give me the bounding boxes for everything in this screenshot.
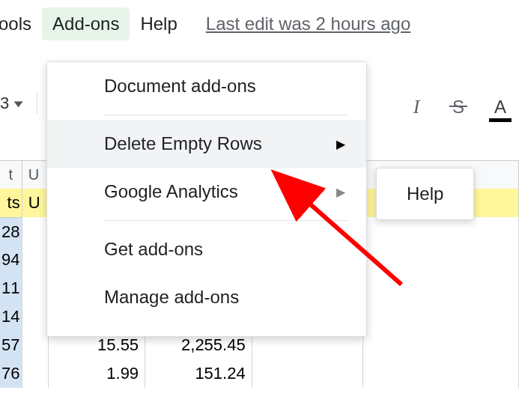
svg-text:I: I — [413, 97, 421, 116]
svg-text:A: A — [494, 97, 506, 116]
cell[interactable] — [22, 331, 49, 359]
cell[interactable] — [22, 302, 49, 331]
format-toolbar: I S A — [405, 93, 512, 120]
text-color-button[interactable]: A — [489, 93, 512, 120]
menu-item-label: Google Analytics — [104, 181, 238, 201]
last-edit-status[interactable]: Last edit was 2 hours ago — [206, 13, 411, 34]
addons-dropdown-menu: Document add-ons Delete Empty Rows ▶ Goo… — [46, 61, 367, 337]
cell[interactable] — [22, 246, 49, 274]
chevron-right-icon: ▶ — [336, 137, 345, 151]
cell[interactable]: 57 — [0, 331, 22, 359]
chevron-down-icon: ▼ — [10, 98, 26, 109]
cell[interactable]: 76 — [0, 359, 22, 388]
menu-addons[interactable]: Add-ons — [42, 7, 130, 40]
menu-item-label: Document add-ons — [104, 76, 256, 96]
cell[interactable] — [22, 274, 49, 302]
menu-item-manage-addons[interactable]: Manage add-ons — [47, 273, 366, 321]
italic-button[interactable]: I — [405, 93, 428, 120]
submenu-item-help[interactable]: Help — [407, 183, 443, 204]
chevron-right-icon: ▶ — [336, 185, 345, 199]
text-color-swatch — [489, 118, 512, 122]
menu-item-google-analytics[interactable]: Google Analytics ▶ — [47, 168, 366, 216]
cell[interactable] — [22, 359, 49, 388]
menu-item-document-addons[interactable]: Document add-ons — [47, 62, 366, 110]
menu-item-delete-empty-rows[interactable]: Delete Empty Rows ▶ — [47, 120, 366, 168]
cell[interactable]: U — [22, 189, 49, 217]
cell[interactable] — [363, 274, 519, 302]
menu-separator — [104, 115, 348, 115]
menu-item-label: Get add-ons — [104, 239, 203, 259]
addons-submenu: Help — [376, 168, 474, 220]
cell[interactable]: 28 — [0, 217, 22, 246]
cell[interactable] — [363, 359, 519, 388]
col-header-partial[interactable]: t — [0, 160, 22, 189]
col-header-partial2[interactable]: U — [22, 160, 49, 189]
toolbar-separator — [37, 93, 37, 114]
cell[interactable] — [363, 217, 519, 246]
menu-item-label: Delete Empty Rows — [104, 133, 262, 153]
strikethrough-button[interactable]: S — [447, 93, 470, 120]
cell[interactable]: 151.24 — [145, 359, 252, 388]
menu-item-get-addons[interactable]: Get add-ons — [47, 225, 366, 273]
menu-bar: ools Add-ons Help Last edit was 2 hours … — [0, 0, 519, 51]
cell[interactable] — [252, 359, 363, 388]
cell[interactable]: 94 — [0, 246, 22, 274]
cell[interactable]: 14 — [0, 302, 22, 331]
menu-separator — [104, 220, 348, 221]
cell[interactable] — [363, 302, 519, 331]
cell[interactable]: 1.99 — [49, 359, 145, 388]
cell[interactable] — [22, 217, 49, 246]
cell[interactable]: 11 — [0, 274, 22, 302]
zoom-dropdown[interactable]: 3 ▼ — [0, 93, 37, 114]
cell[interactable] — [363, 246, 519, 274]
menu-tools[interactable]: ools — [0, 7, 42, 40]
cell[interactable] — [363, 331, 519, 359]
table-row[interactable]: 76 1.99 151.24 — [0, 359, 519, 388]
cell[interactable]: ts — [0, 189, 22, 217]
menu-item-label: Manage add-ons — [104, 287, 239, 307]
zoom-value: 3 — [0, 94, 9, 113]
submenu-item-label: Help — [407, 183, 443, 204]
menu-help[interactable]: Help — [130, 7, 187, 40]
